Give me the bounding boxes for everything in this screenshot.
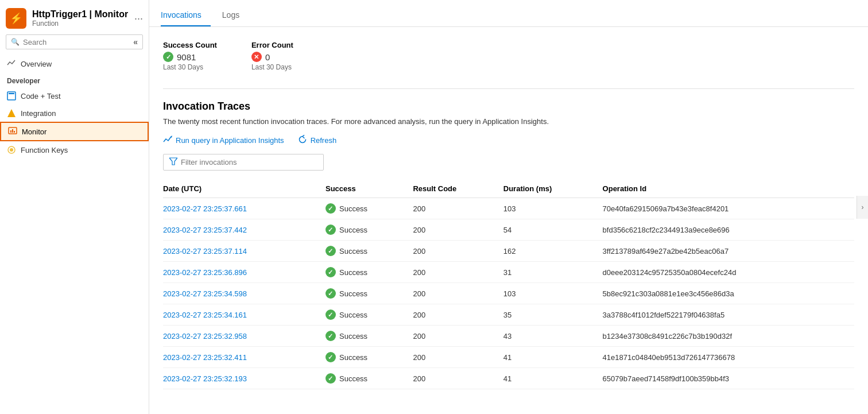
duration-cell: 41 — [503, 347, 603, 368]
svg-rect-5 — [12, 129, 13, 133]
sidebar-item-label: Code + Test — [21, 92, 61, 100]
table-row[interactable]: 2023-02-27 23:25:37.114✓Success2001623ff… — [163, 241, 854, 262]
row-check-icon: ✓ — [326, 267, 336, 277]
date-link[interactable]: 2023-02-27 23:25:36.896 — [163, 268, 247, 277]
result-code-cell: 200 — [413, 241, 503, 262]
table-row[interactable]: 2023-02-27 23:25:37.661✓Success20010370e… — [163, 198, 854, 219]
table-row[interactable]: 2023-02-27 23:25:37.442✓Success20054bfd3… — [163, 219, 854, 241]
result-code-cell: 200 — [413, 219, 503, 241]
filter-icon — [169, 157, 177, 167]
success-count-label: Success Count — [163, 41, 217, 49]
function-keys-icon — [7, 145, 16, 154]
sidebar-item-label: Function Keys — [21, 146, 68, 154]
refresh-icon — [298, 135, 307, 146]
run-query-link[interactable]: Run query in Application Insights — [163, 135, 284, 146]
svg-point-8 — [10, 148, 13, 152]
integration-icon — [7, 109, 16, 118]
col-success: Success — [326, 180, 413, 198]
svg-marker-10 — [169, 158, 177, 165]
sidebar-item-monitor[interactable]: Monitor — [0, 122, 149, 141]
right-chevron-button[interactable]: › — [857, 196, 868, 219]
success-cell: ✓Success — [326, 288, 406, 299]
date-link[interactable]: 2023-02-27 23:25:37.114 — [163, 247, 247, 256]
date-link[interactable]: 2023-02-27 23:25:32.411 — [163, 353, 247, 362]
filter-input[interactable] — [181, 158, 317, 167]
date-link[interactable]: 2023-02-27 23:25:32.193 — [163, 374, 247, 383]
tab-bar: Invocations Logs — [149, 0, 868, 27]
col-operation-id: Operation Id — [603, 180, 854, 198]
search-box: 🔍 « — [6, 34, 143, 49]
operation-id-cell: 65079b7aeed71458f9df100b359bb4f3 — [603, 368, 854, 389]
success-label: Success — [339, 311, 367, 319]
duration-cell: 162 — [503, 241, 603, 262]
result-code-cell: 200 — [413, 368, 503, 389]
operation-id-cell: 70e40fa62915069a7b43e3feac8f4201 — [603, 198, 854, 219]
table-row[interactable]: 2023-02-27 23:25:32.958✓Success20043b123… — [163, 326, 854, 347]
success-cell: ✓Success — [326, 246, 406, 256]
result-code-cell: 200 — [413, 198, 503, 219]
table-row[interactable]: 2023-02-27 23:25:34.598✓Success2001035b8… — [163, 283, 854, 304]
success-cell: ✓Success — [326, 352, 406, 362]
app-icon: ⚡ — [6, 8, 26, 29]
tab-logs[interactable]: Logs — [222, 6, 249, 26]
developer-section-label: Developer — [0, 72, 149, 87]
duration-cell: 54 — [503, 219, 603, 241]
svg-rect-1 — [9, 93, 14, 94]
app-more-button[interactable]: ··· — [134, 13, 143, 25]
sidebar-item-label: Monitor — [22, 127, 46, 136]
success-label: Success — [339, 289, 367, 298]
sidebar: ⚡ HttpTrigger1 | Monitor Function ··· 🔍 … — [0, 0, 149, 414]
success-count-value: ✓ 9081 — [163, 52, 217, 62]
collapse-button[interactable]: « — [133, 37, 138, 47]
table-row[interactable]: 2023-02-27 23:25:34.161✓Success200353a37… — [163, 304, 854, 326]
success-cell: ✓Success — [326, 203, 406, 214]
table-row[interactable]: 2023-02-27 23:25:36.896✓Success20031d0ee… — [163, 262, 854, 283]
action-bar: Run query in Application Insights Refres… — [163, 135, 854, 146]
row-check-icon: ✓ — [326, 246, 336, 256]
col-date: Date (UTC) — [163, 180, 326, 198]
row-check-icon: ✓ — [326, 288, 336, 299]
table-row[interactable]: 2023-02-27 23:25:32.411✓Success2004141e1… — [163, 347, 854, 368]
result-code-cell: 200 — [413, 283, 503, 304]
success-cell: ✓Success — [326, 331, 406, 341]
app-title-group: HttpTrigger1 | Monitor Function — [32, 9, 128, 28]
date-link[interactable]: 2023-02-27 23:25:34.598 — [163, 289, 247, 298]
duration-cell: 35 — [503, 304, 603, 326]
svg-marker-2 — [7, 109, 16, 117]
date-link[interactable]: 2023-02-27 23:25:37.442 — [163, 226, 247, 234]
operation-id-cell: 41e1871c04840eb9513d726147736678 — [603, 347, 854, 368]
table-header-row: Date (UTC) Success Result Code Duration … — [163, 180, 854, 198]
tab-invocations[interactable]: Invocations — [161, 6, 211, 26]
error-count-sub: Last 30 Days — [251, 63, 293, 71]
app-subtitle: Function — [32, 20, 128, 28]
sidebar-item-code-test[interactable]: Code + Test — [0, 87, 149, 105]
sidebar-item-function-keys[interactable]: Function Keys — [0, 141, 149, 158]
date-link[interactable]: 2023-02-27 23:25:37.661 — [163, 204, 247, 213]
sidebar-item-integration[interactable]: Integration — [0, 105, 149, 122]
refresh-link[interactable]: Refresh — [298, 135, 337, 146]
search-input[interactable] — [23, 38, 133, 47]
error-count-value: ✕ 0 — [251, 52, 293, 62]
filter-box — [163, 154, 324, 171]
table-row[interactable]: 2023-02-27 23:25:32.193✓Success200416507… — [163, 368, 854, 389]
run-query-icon — [163, 135, 172, 146]
col-duration: Duration (ms) — [503, 180, 603, 198]
date-link[interactable]: 2023-02-27 23:25:34.161 — [163, 311, 247, 319]
duration-cell: 41 — [503, 368, 603, 389]
svg-rect-6 — [14, 131, 15, 133]
sidebar-item-label: Overview — [21, 60, 52, 68]
result-code-cell: 200 — [413, 304, 503, 326]
row-check-icon: ✓ — [326, 331, 336, 341]
result-code-cell: 200 — [413, 262, 503, 283]
success-cell: ✓Success — [326, 225, 406, 235]
duration-cell: 103 — [503, 198, 603, 219]
content-area: Success Count ✓ 9081 Last 30 Days Error … — [149, 27, 868, 414]
sidebar-item-overview[interactable]: Overview — [0, 55, 149, 72]
date-link[interactable]: 2023-02-27 23:25:32.958 — [163, 332, 247, 341]
app-title: HttpTrigger1 | Monitor — [32, 9, 128, 20]
success-check-icon: ✓ — [163, 52, 173, 62]
sidebar-item-label: Integration — [21, 109, 56, 118]
error-count-stat: Error Count ✕ 0 Last 30 Days — [251, 41, 293, 71]
operation-id-cell: 5b8ec921c303a0881e1ee3c456e86d3a — [603, 283, 854, 304]
success-label: Success — [339, 204, 367, 213]
